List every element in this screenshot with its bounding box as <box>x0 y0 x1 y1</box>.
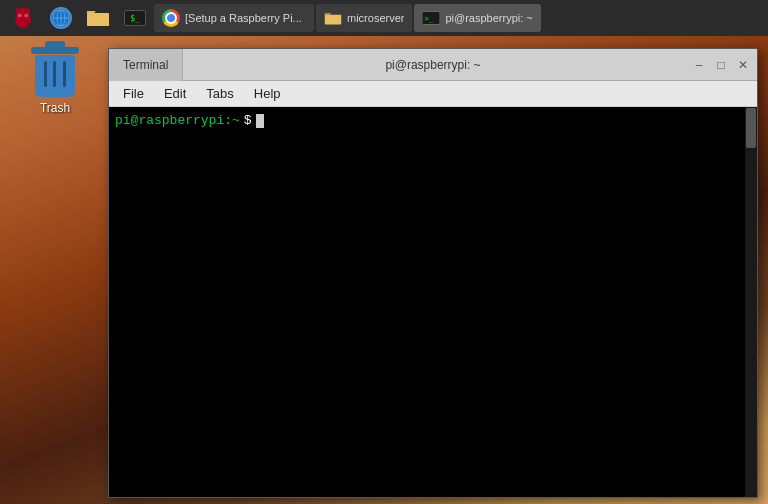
terminal-area: pi@raspberrypi :~ $ <box>109 107 757 497</box>
svg-rect-10 <box>87 13 109 26</box>
menu-tabs[interactable]: Tabs <box>196 83 243 104</box>
menu-file[interactable]: File <box>113 83 154 104</box>
title-bar-title: pi@raspberrypi: ~ <box>385 58 480 72</box>
folder-window-label: microserver <box>347 12 404 24</box>
prompt-dollar: $ <box>244 113 252 128</box>
folder-window-icon <box>324 11 342 26</box>
terminal-cursor <box>256 114 264 128</box>
rpi-logo-icon <box>10 5 36 31</box>
title-controls: – □ ✕ <box>689 55 757 75</box>
chromium-window-label: [Setup a Raspberry Pi... <box>185 12 302 24</box>
chromium-window-button[interactable]: [Setup a Raspberry Pi... <box>154 4 314 32</box>
prompt-path: :~ <box>224 113 240 128</box>
web-browser-button[interactable] <box>44 3 78 33</box>
terminal-launcher-button[interactable]: $_ <box>118 3 152 33</box>
terminal-window: Terminal pi@raspberrypi: ~ – □ ✕ File Ed… <box>108 48 758 498</box>
terminal-window-label: pi@raspberrypi: ~ <box>445 12 532 24</box>
chromium-icon <box>162 9 180 27</box>
svg-point-3 <box>20 8 25 13</box>
terminal-small-icon: $_ <box>124 10 146 26</box>
minimize-button[interactable]: – <box>689 55 709 75</box>
folder-window-button[interactable]: microserver <box>316 4 412 32</box>
menu-bar: File Edit Tabs Help <box>109 81 757 107</box>
close-button[interactable]: ✕ <box>733 55 753 75</box>
terminal-taskbar-icon: >_ <box>422 11 440 25</box>
rpi-menu-button[interactable] <box>4 3 42 33</box>
taskbar: $_ [Setup a Raspberry Pi... microserver … <box>0 0 768 36</box>
title-bar: Terminal pi@raspberrypi: ~ – □ ✕ <box>109 49 757 81</box>
terminal-prompt-line: pi@raspberrypi :~ $ <box>115 113 743 128</box>
svg-rect-11 <box>325 14 342 24</box>
terminal-tab-label: Terminal <box>123 58 168 72</box>
terminal-scrollbar-thumb[interactable] <box>746 108 756 148</box>
menu-help[interactable]: Help <box>244 83 291 104</box>
svg-point-4 <box>18 13 22 17</box>
svg-text:>_: >_ <box>425 14 434 23</box>
menu-edit[interactable]: Edit <box>154 83 196 104</box>
globe-icon <box>50 7 72 29</box>
terminal-scrollbar[interactable] <box>745 107 757 497</box>
trash-bin-graphic <box>35 55 75 97</box>
file-manager-button[interactable] <box>80 3 116 33</box>
terminal-body[interactable]: pi@raspberrypi :~ $ <box>109 107 757 497</box>
trash-desktop-icon[interactable]: Trash <box>20 50 90 115</box>
svg-point-5 <box>24 13 28 17</box>
desktop: $_ [Setup a Raspberry Pi... microserver … <box>0 0 768 504</box>
trash-lines <box>43 61 67 87</box>
folder-icon <box>86 8 110 28</box>
trash-label: Trash <box>40 101 70 115</box>
terminal-window-button[interactable]: >_ pi@raspberrypi: ~ <box>414 4 540 32</box>
terminal-tab[interactable]: Terminal <box>109 49 183 81</box>
maximize-button[interactable]: □ <box>711 55 731 75</box>
prompt-user-host: pi@raspberrypi <box>115 113 224 128</box>
